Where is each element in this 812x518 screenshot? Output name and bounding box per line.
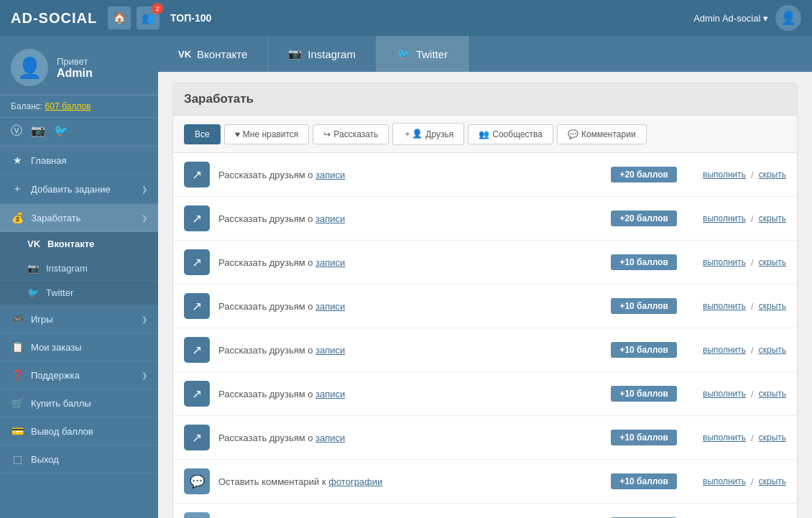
vk-tab-label: Вконтакте [197,48,247,60]
social-icons-bar: ⓥ 📷 🐦 [0,118,158,147]
sidebar: 👤 Привет Admin Баланс: 607 баллов ⓥ 📷 🐦 … [0,36,158,518]
filter-share[interactable]: ↪ Рассказать [313,124,389,144]
sidebar-item-label-games: Игры [31,314,53,325]
sidebar-item-add-task[interactable]: ＋ Добавить задание ❯ [0,175,158,204]
task-hide-link[interactable]: скрыть [759,345,786,355]
task-points: +10 баллов [611,473,677,489]
filter-all-label: Все [195,129,210,139]
admin-avatar[interactable]: 👤 [775,5,801,31]
sidebar-item-twitter[interactable]: 🐦 Twitter [0,281,158,305]
admin-name[interactable]: Admin Ad-social ▾ [693,13,768,24]
tab-vkontakte[interactable]: VK Вконтакте [158,37,268,72]
layout: 👤 Привет Admin Баланс: 607 баллов ⓥ 📷 🐦 … [0,36,812,518]
filter-comments-label: Комментарии [581,129,636,139]
task-actions: выполнить / скрыть [686,433,786,443]
task-hide-link[interactable]: скрыть [759,433,786,443]
task-action-separator: / [751,301,754,312]
tab-instagram[interactable]: 📷 Instagram [268,36,377,72]
task-row: ↗ Рассказать друзьям о записи +20 баллов… [173,153,797,197]
sidebar-item-instagram[interactable]: 📷 Instagram [0,256,158,281]
task-perform-link[interactable]: выполнить [703,345,746,355]
sidebar-sub-label-vkontakte: Вконтакте [47,239,94,249]
task-hide-link[interactable]: скрыть [759,476,786,486]
sidebar-item-withdraw[interactable]: 💳 Вывод баллов [0,417,158,445]
task-hide-link[interactable]: скрыть [759,301,786,311]
task-hide-link[interactable]: скрыть [759,170,786,180]
task-perform-link[interactable]: выполнить [703,476,746,486]
task-perform-link[interactable]: выполнить [703,257,746,267]
task-perform-link[interactable]: выполнить [703,170,746,180]
sidebar-sub-label-instagram: Instagram [46,263,88,274]
sidebar-item-home[interactable]: ★ Главная [0,147,158,175]
sidebar-sub-label-twitter: Twitter [46,287,73,298]
sidebar-item-support[interactable]: ❓ Поддержка ❯ [0,361,158,389]
username: Admin [57,67,93,80]
task-text: Оставить комментарий к фотографии [218,476,602,487]
filter-likes[interactable]: ♥ Мне нравится [224,124,310,144]
task-action-separator: / [751,476,754,487]
task-hide-link[interactable]: скрыть [759,257,786,267]
task-link[interactable]: фотографии [328,476,382,487]
task-link[interactable]: записи [315,301,345,312]
task-perform-link[interactable]: выполнить [703,433,746,443]
task-row: ↗ Рассказать друзьям о записи +10 баллов… [173,416,797,460]
balance-value[interactable]: 607 баллов [45,101,91,111]
task-hide-link[interactable]: скрыть [759,389,786,399]
avatar-icon: 👤 [780,10,796,26]
sidebar-item-buy-points[interactable]: 🛒 Купить баллы [0,389,158,417]
header-right: Admin Ad-social ▾ 👤 [693,5,801,31]
task-link[interactable]: записи [315,257,345,268]
chevron-down-icon: ❯ [142,214,147,222]
filter-likes-label: Мне нравится [243,129,299,139]
sidebar-item-label-buy-points: Купить баллы [31,398,91,409]
share-icon: ↪ [323,129,331,139]
sidebar-item-vkontakte[interactable]: VK Вконтакте [0,232,158,256]
task-text: Рассказать друзьям о записи [218,301,602,312]
sidebar-item-label-support: Поддержка [31,370,80,381]
task-actions: выполнить / скрыть [686,301,786,312]
notifications-button[interactable]: 👥 2 [137,6,160,29]
sidebar-item-logout[interactable]: ⬚ Выход [0,445,158,473]
task-link[interactable]: записи [315,170,345,180]
tab-twitter[interactable]: 🐦 Twitter [377,36,469,72]
top100-label[interactable]: ТОП-100 [170,12,211,24]
instagram-social-icon[interactable]: 📷 [31,124,45,139]
vk-social-icon[interactable]: ⓥ [11,124,22,139]
sidebar-item-label-withdraw: Вывод баллов [31,426,93,437]
task-action-separator: / [751,433,754,443]
sidebar-item-my-orders[interactable]: 📋 Мои заказы [0,333,158,361]
task-row: ↗ Рассказать друзьям о записи +10 баллов… [173,328,797,372]
groups-icon: 👥 [479,129,489,139]
task-perform-link[interactable]: выполнить [703,301,746,311]
filter-friends[interactable]: ＋👤 Друзья [392,123,464,145]
task-icon-comment: 💬 [184,468,210,494]
vk-sub-icon: VK [27,239,40,249]
filter-groups[interactable]: 👥 Сообщества [468,124,553,144]
ig-sub-icon: 📷 [27,263,39,274]
orders-nav-icon: 📋 [11,341,24,353]
filter-all[interactable]: Все [184,124,221,144]
logo: AD-SOCIAL [11,10,97,27]
twitter-social-icon[interactable]: 🐦 [54,124,68,139]
task-action-separator: / [751,389,754,399]
home-button[interactable]: 🏠 [108,6,131,29]
user-avatar-icon: 👤 [17,56,42,80]
task-hide-link[interactable]: скрыть [759,213,786,223]
task-text: Рассказать друзьям о записи [218,257,602,268]
add-task-nav-icon: ＋ [11,182,24,195]
filter-comments[interactable]: 💬 Комментарии [557,124,647,144]
task-link[interactable]: записи [315,433,345,443]
sidebar-item-games[interactable]: 🎮 Игры ❯ [0,305,158,333]
friends-icon: ＋👤 [403,128,423,140]
task-link[interactable]: записи [315,213,345,224]
task-actions: выполнить / скрыть [686,389,786,399]
task-perform-link[interactable]: выполнить [703,389,746,399]
task-link[interactable]: записи [315,345,345,356]
vk-tab-icon: VK [178,49,191,60]
task-link[interactable]: записи [315,389,345,399]
buy-nav-icon: 🛒 [11,397,24,409]
task-icon-share: ↗ [184,162,210,188]
task-perform-link[interactable]: выполнить [703,213,746,223]
task-action-separator: / [751,170,754,180]
sidebar-item-earn[interactable]: 💰 Заработать ❯ [0,204,158,232]
